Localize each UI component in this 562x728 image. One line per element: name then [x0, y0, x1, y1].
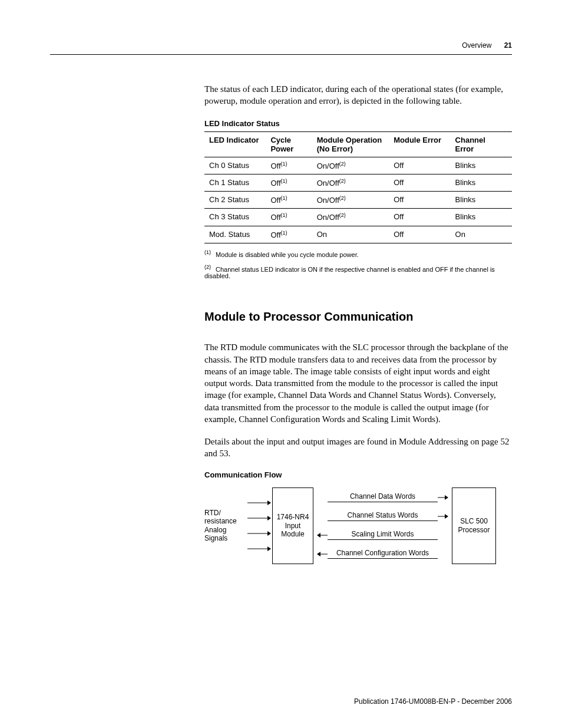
body-paragraph-1: The RTD module communicates with the SLC…: [204, 341, 512, 425]
arrow-left-icon: [317, 531, 328, 539]
section-heading: Module to Processor Communication: [204, 310, 512, 324]
arrow-right-icon: [247, 531, 271, 536]
table-row: Ch 2 StatusOff(1)On/Off(2)OffBlinks: [204, 192, 512, 209]
table-row: Mod. StatusOff(1)OnOffOn: [204, 226, 512, 243]
col-err: Module Error: [389, 131, 450, 157]
intro-paragraph: The status of each LED indicator, during…: [204, 83, 512, 107]
svg-marker-13: [317, 533, 320, 538]
svg-marker-5: [267, 531, 271, 536]
diagram-word-row: Scaling Limit Words: [317, 527, 448, 543]
table-row: Ch 1 StatusOff(1)On/Off(2)OffBlinks: [204, 174, 512, 191]
table-row: Ch 3 StatusOff(1)On/Off(2)OffBlinks: [204, 209, 512, 226]
header-section: Overview: [462, 41, 491, 50]
col-cycle: CyclePower: [266, 131, 312, 157]
svg-marker-11: [445, 514, 448, 519]
col-cherr: ChannelError: [451, 131, 512, 157]
page-footer: Publication 1746-UM008B-EN-P - December …: [354, 697, 512, 706]
svg-marker-15: [317, 552, 320, 556]
diagram-word-row: Channel Status Words: [317, 508, 448, 525]
header-pagenum: 21: [504, 41, 512, 50]
diagram-title: Communication Flow: [204, 470, 512, 479]
diagram-word-row: Channel Configuration Words: [317, 546, 448, 562]
body-paragraph-2: Details about the input and output image…: [204, 436, 512, 460]
arrow-right-icon: [247, 546, 271, 551]
svg-marker-9: [445, 495, 448, 500]
diagram-word-row: Channel Data Words: [317, 489, 448, 506]
diagram-input-arrows: [246, 500, 272, 551]
arrow-right-icon: [247, 500, 271, 505]
arrow-left-icon: [317, 550, 328, 558]
arrow-right-icon: [438, 512, 448, 521]
footnotes: (1)Module is disabled while you cycle mo…: [204, 249, 512, 279]
col-led: LED Indicator: [204, 131, 266, 157]
table-title: LED Indicator Status: [204, 119, 512, 128]
page-header: Overview 21: [50, 41, 512, 55]
arrow-right-icon: [438, 493, 448, 502]
diagram-words-column: Channel Data WordsChannel Status WordsSc…: [313, 489, 452, 562]
diagram-left-label: RTD/resistanceAnalogSignals: [204, 509, 246, 543]
communication-flow-diagram: RTD/resistanceAnalogSignals 1746-NR4Inpu…: [204, 487, 512, 564]
arrow-right-icon: [247, 516, 271, 521]
diagram-module-box: 1746-NR4InputModule: [272, 487, 313, 564]
svg-marker-3: [267, 516, 271, 521]
led-table: LED Indicator CyclePower Module Operatio…: [204, 131, 512, 244]
diagram-processor-box: SLC 500Processor: [452, 487, 496, 564]
col-op: Module Operation(No Error): [312, 131, 389, 157]
svg-marker-1: [267, 500, 271, 505]
svg-marker-7: [267, 546, 271, 551]
table-row: Ch 0 StatusOff(1)On/Off(2)OffBlinks: [204, 157, 512, 174]
